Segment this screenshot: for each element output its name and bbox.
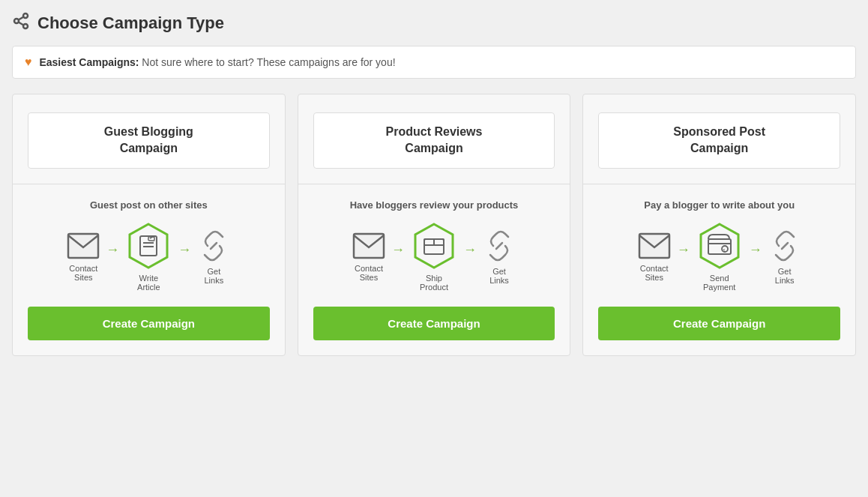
svg-point-1 <box>14 19 19 23</box>
flow-arrow-6: → <box>749 242 762 258</box>
flow-item-envelope-1: ContactSites <box>67 232 100 282</box>
flow-arrow-5: → <box>677 242 690 258</box>
svg-line-3 <box>19 22 24 25</box>
create-campaign-button-3[interactable]: Create Campaign <box>598 307 840 340</box>
flow-label-links-1: GetLinks <box>204 267 223 285</box>
card-flow-product-reviews: ContactSites → ShipProduct → <box>352 223 516 292</box>
link-icon-3 <box>768 229 801 262</box>
heart-icon: ♥ <box>25 55 32 68</box>
svg-rect-17 <box>639 234 669 258</box>
easiest-banner: ♥ Easiest Campaigns: Not sure where to s… <box>12 46 856 79</box>
card-footer-1: Create Campaign <box>13 307 285 355</box>
flow-item-link-1: GetLinks <box>197 229 230 285</box>
banner-bold: Easiest Campaigns: <box>39 56 139 68</box>
banner-text: Not sure where to start? These campaigns… <box>142 56 395 68</box>
header-icon <box>12 12 30 34</box>
flow-item-envelope-2: ContactSites <box>352 232 385 282</box>
cards-wrapper: Guest BloggingCampaign Guest post on oth… <box>12 94 856 356</box>
divider-2 <box>298 184 570 184</box>
card-flow-guest-blogging: ContactSites → WriteArticle <box>67 223 230 292</box>
link-icon-1 <box>197 229 230 262</box>
card-title-product-reviews: Product ReviewsCampaign <box>313 112 555 169</box>
envelope-icon <box>67 232 100 259</box>
link-icon-2 <box>483 229 516 262</box>
svg-rect-12 <box>354 234 384 258</box>
divider <box>13 184 285 184</box>
create-campaign-button-1[interactable]: Create Campaign <box>28 307 270 340</box>
envelope-icon-3 <box>638 232 671 259</box>
card-flow-sponsored-post: ContactSites → $ <box>638 223 801 292</box>
card-sponsored-post: Sponsored PostCampaign Pay a blogger to … <box>582 94 856 356</box>
flow-item-edit: WriteArticle <box>125 223 172 292</box>
flow-label-contact-3: ContactSites <box>640 264 669 282</box>
card-footer-3: Create Campaign <box>583 307 855 355</box>
card-footer-2: Create Campaign <box>298 307 570 355</box>
card-product-reviews: Product ReviewsCampaign Have bloggers re… <box>298 94 571 356</box>
box-hexagon-icon <box>411 223 457 269</box>
svg-text:$: $ <box>723 247 725 252</box>
wallet-hexagon-icon: $ <box>696 223 743 269</box>
flow-arrow-1: → <box>106 242 119 258</box>
edit-hexagon-icon <box>125 223 172 269</box>
flow-label-links-2: GetLinks <box>489 267 509 285</box>
card-title-guest-blogging: Guest BloggingCampaign <box>28 112 270 169</box>
svg-point-2 <box>23 24 28 28</box>
flow-item-envelope-3: ContactSites <box>638 232 671 282</box>
flow-item-link-3: GetLinks <box>768 229 801 285</box>
page-header: Choose Campaign Type <box>12 12 856 34</box>
flow-arrow-3: → <box>391 242 405 258</box>
flow-arrow-2: → <box>178 242 191 258</box>
card-desc-sponsored-post: Pay a blogger to write about you <box>644 199 795 211</box>
flow-label-ship: ShipProduct <box>420 274 448 292</box>
svg-line-4 <box>19 17 24 20</box>
divider-3 <box>583 184 855 184</box>
flow-label-contact-2: ContactSites <box>355 264 383 282</box>
svg-marker-18 <box>701 224 738 268</box>
page-container: Choose Campaign Type ♥ Easiest Campaigns… <box>0 0 868 497</box>
flow-label-links-3: GetLinks <box>775 267 795 285</box>
svg-rect-5 <box>68 234 98 258</box>
flow-label-contact-1: ContactSites <box>69 264 97 282</box>
card-title-sponsored-post: Sponsored PostCampaign <box>598 112 840 169</box>
svg-point-0 <box>23 13 28 18</box>
svg-rect-11 <box>148 236 154 241</box>
card-desc-guest-blogging: Guest post on other sites <box>90 199 208 211</box>
page-title: Choose Campaign Type <box>37 13 224 33</box>
flow-item-wallet: $ SendPayment <box>696 223 743 292</box>
flow-item-box: ShipProduct <box>411 223 457 292</box>
flow-arrow-4: → <box>463 242 477 258</box>
svg-marker-6 <box>130 224 167 268</box>
create-campaign-button-2[interactable]: Create Campaign <box>313 307 555 340</box>
flow-item-link-2: GetLinks <box>483 229 516 285</box>
flow-label-payment: SendPayment <box>703 274 735 292</box>
flow-label-write: WriteArticle <box>137 274 160 292</box>
card-desc-product-reviews: Have bloggers review your products <box>350 199 519 211</box>
card-guest-blogging: Guest BloggingCampaign Guest post on oth… <box>12 94 286 356</box>
envelope-icon-2 <box>352 232 385 259</box>
